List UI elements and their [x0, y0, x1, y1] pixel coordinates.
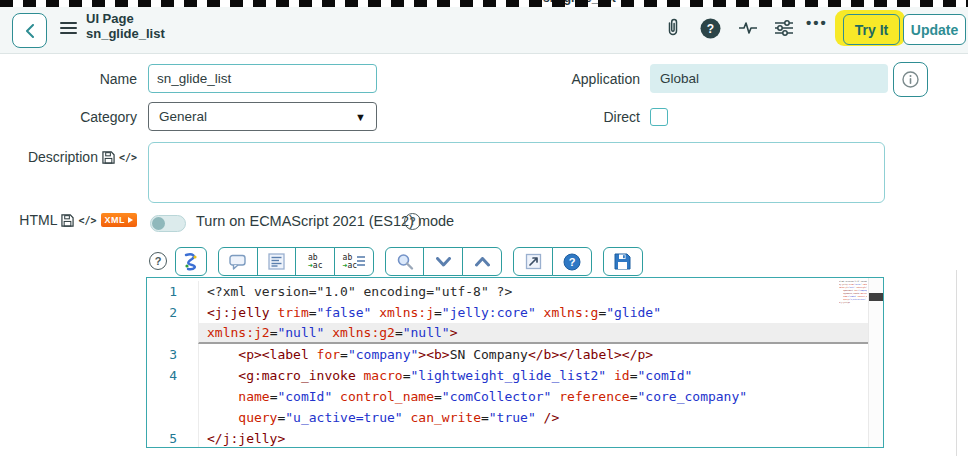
page-divider: [956, 270, 957, 456]
svg-text:?: ?: [706, 22, 713, 36]
save-code-button[interactable]: [603, 247, 643, 276]
chevron-up-icon: [475, 257, 490, 267]
replace-button[interactable]: ab ➜ac: [295, 247, 335, 276]
try-it-button[interactable]: Try It: [843, 14, 900, 45]
replace-all-icon: ab ➜ac: [343, 254, 357, 270]
format-document-button[interactable]: [257, 247, 297, 276]
record-name-label: sn_glide_list: [86, 26, 165, 41]
es12-toggle[interactable]: [150, 215, 186, 232]
direct-label: Direct: [490, 102, 640, 131]
crop-marquee: [0, 0, 968, 7]
line-number: 2: [147, 302, 198, 323]
comment-bubble-icon: [229, 254, 247, 270]
code-lines[interactable]: 1<?xml version="1.0" encoding="utf-8" ?>…: [147, 281, 868, 448]
search-button-group: [385, 247, 502, 276]
activity-stream-button[interactable]: [737, 17, 759, 39]
minimap[interactable]: <?xml version="1.0" encoding="utf-8" ?><…: [839, 280, 867, 310]
chevron-down-icon: [436, 257, 451, 267]
scrollbar-thumb[interactable]: [869, 293, 883, 301]
description-label-group: Description </>: [0, 147, 137, 167]
play-icon: [128, 217, 133, 223]
search-button[interactable]: [385, 247, 425, 276]
edit-button-group: ab ➜ac ab ➜ac: [218, 247, 374, 276]
application-info-button[interactable]: [893, 62, 928, 97]
direct-checkbox[interactable]: [650, 108, 668, 126]
svg-text:?: ?: [568, 256, 575, 268]
es12-help-icon[interactable]: ?: [404, 213, 421, 230]
name-label: Name: [0, 64, 137, 93]
update-button[interactable]: Update: [903, 14, 966, 45]
save-field-icon[interactable]: [61, 214, 74, 227]
line-number: [147, 386, 198, 407]
html-label: HTML: [19, 212, 57, 228]
code-icon[interactable]: </>: [78, 215, 96, 226]
popout-icon: [525, 253, 542, 270]
editor-scrollbar[interactable]: [868, 278, 883, 447]
save-disk-icon: [614, 253, 631, 270]
help-button[interactable]: ?: [699, 17, 721, 39]
ui-page-editor: sn_glide_list UI Page sn_glide_list ?: [0, 0, 968, 462]
name-input[interactable]: [148, 64, 377, 93]
toggle-knob: [152, 217, 165, 230]
line-number: 1: [147, 281, 198, 302]
editor-toolbar: ab ➜ac ab ➜ac: [175, 247, 643, 276]
format-code-icon: [183, 253, 199, 271]
open-in-new-window-button[interactable]: [513, 247, 553, 276]
pulse-icon: [738, 20, 758, 36]
code-icon[interactable]: </>: [119, 152, 137, 163]
chevron-left-icon: [24, 24, 36, 38]
description-label: Description: [28, 149, 98, 165]
editor-help-icon[interactable]: ?: [149, 252, 167, 270]
info-icon: [902, 71, 919, 88]
editor-help-button[interactable]: ?: [552, 247, 592, 276]
line-number: [147, 323, 198, 344]
help-blue-icon: ?: [563, 253, 581, 271]
paperclip-icon: [664, 18, 682, 38]
lines-icon: [357, 255, 365, 269]
application-label: Application: [490, 64, 640, 93]
page-title: UI Page sn_glide_list: [86, 11, 165, 41]
more-actions-button[interactable]: •••: [806, 14, 828, 31]
context-menu-icon[interactable]: [60, 22, 77, 37]
format-code-button[interactable]: [175, 247, 207, 276]
chevron-down-icon: ▼: [355, 111, 366, 123]
attachment-button[interactable]: [662, 17, 684, 39]
search-icon: [396, 253, 414, 271]
xml-badge-label: XML: [105, 215, 126, 225]
category-selected-value: General: [159, 109, 207, 124]
replace-icon: ab ➜ac: [308, 254, 322, 270]
personalize-form-button[interactable]: [773, 17, 795, 39]
replace-all-button[interactable]: ab ➜ac: [334, 247, 374, 276]
record-type-label: UI Page: [86, 11, 165, 26]
application-value: Global: [650, 64, 888, 93]
category-select[interactable]: General ▼: [148, 102, 377, 131]
window-button-group: ?: [513, 247, 592, 276]
code-editor[interactable]: 1<?xml version="1.0" encoding="utf-8" ?>…: [146, 277, 884, 448]
format-lines-icon: [268, 253, 285, 270]
xml-badge[interactable]: XML: [101, 213, 138, 227]
category-label: Category: [0, 102, 137, 131]
comment-button[interactable]: [218, 247, 258, 276]
line-number: 4: [147, 365, 198, 386]
description-textarea[interactable]: [148, 142, 885, 203]
sliders-icon: [774, 19, 794, 37]
line-number: [147, 407, 198, 428]
back-button[interactable]: [12, 13, 47, 48]
save-field-icon[interactable]: [102, 151, 115, 164]
html-label-group: HTML </> XML: [0, 211, 137, 229]
find-previous-button[interactable]: [462, 247, 502, 276]
help-filled-icon: ?: [700, 18, 721, 39]
find-next-button[interactable]: [423, 247, 463, 276]
line-number: 3: [147, 344, 198, 365]
line-number: 5: [147, 428, 198, 448]
